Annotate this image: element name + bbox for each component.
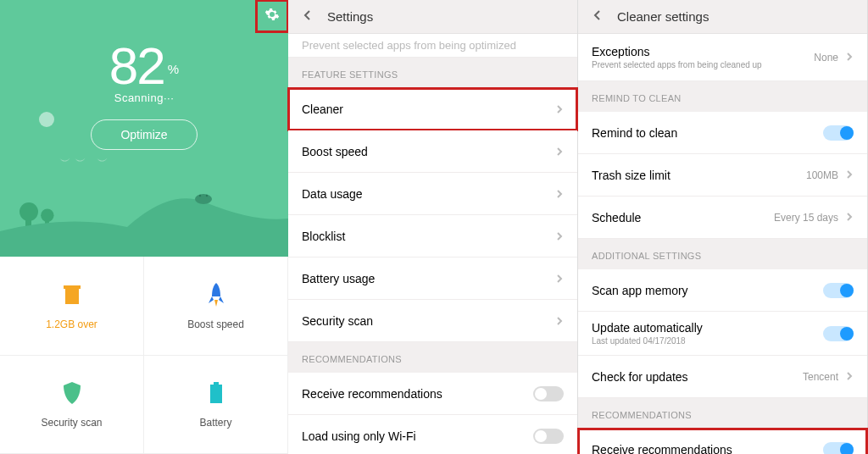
row-data-usage[interactable]: Data usage (288, 173, 577, 215)
score-number: 82 (109, 36, 164, 95)
row-label: Scan app memory (592, 284, 688, 297)
row-sublabel: Last updated 04/17/2018 (592, 336, 703, 346)
chevron-right-icon (555, 272, 564, 285)
row-value: 100MB (806, 169, 838, 181)
toggle-switch[interactable] (533, 386, 564, 401)
row-label: Trash size limit (592, 169, 670, 182)
cleaner-settings-header: Cleaner settings (578, 0, 867, 34)
row-trash-size-limit[interactable]: Trash size limit100MB (578, 154, 867, 197)
section-recommendations: RECOMMENDATIONS (288, 342, 577, 373)
row-label: Security scan (302, 314, 373, 328)
toggle-switch[interactable] (823, 125, 854, 141)
shield-icon (60, 379, 84, 407)
gear-icon (264, 7, 280, 25)
settings-gear-button[interactable] (256, 0, 288, 32)
row-label: Load using only Wi-Fi (302, 429, 416, 443)
row-label: Exceptions (592, 45, 762, 58)
settings-panel: Settings Prevent selected apps from bein… (288, 0, 578, 454)
row-receive-recommendations[interactable]: Receive recommendations (578, 429, 867, 454)
tile-trash[interactable]: 1.2GB over (0, 257, 144, 356)
chevron-right-icon (845, 212, 854, 224)
back-button[interactable] (592, 9, 604, 24)
security-app-panel: 82% Scanning··· Optimize ︶ ︶ ︶ 1.2GB ove… (0, 0, 288, 454)
svg-point-1 (199, 195, 201, 197)
row-label: Blocklist (302, 230, 345, 243)
row-label: Receive recommendations (302, 387, 442, 401)
row-battery-usage[interactable]: Battery usage (288, 257, 577, 300)
row-exceptions[interactable]: ExceptionsPrevent selected apps from bei… (578, 34, 867, 81)
row-label: Remind to clean (592, 126, 677, 140)
back-button[interactable] (302, 9, 314, 24)
chevron-right-icon (845, 371, 854, 383)
settings-header: Settings (288, 0, 577, 34)
tile-label: Boost speed (187, 318, 244, 330)
tile-security[interactable]: Security scan (0, 356, 144, 455)
section-recommendations: RECOMMENDATIONS (578, 398, 867, 429)
chevron-right-icon (555, 314, 564, 328)
row-value: None (814, 52, 838, 64)
row-remind-to-clean[interactable]: Remind to clean (578, 112, 867, 154)
row-label: Schedule (592, 211, 641, 224)
status-text: Scanning··· (0, 91, 288, 104)
prev-row-fragment: Prevent selected apps from being optimiz… (288, 34, 577, 58)
toggle-switch[interactable] (823, 283, 854, 298)
chevron-right-icon (555, 102, 564, 116)
section-feature-settings: FEATURE SETTINGS (288, 58, 577, 88)
row-label: Receive recommendations (592, 443, 732, 455)
row-sublabel: Prevent selected apps from being cleaned… (592, 60, 762, 69)
row-value: Every 15 days (774, 212, 838, 224)
hero-area: 82% Scanning··· Optimize ︶ ︶ ︶ (0, 0, 288, 257)
chevron-right-icon (555, 230, 564, 243)
svg-rect-4 (64, 285, 81, 289)
sun-decoration (39, 112, 54, 127)
row-label: Check for updates (592, 370, 688, 384)
trash-icon (60, 281, 84, 308)
row-value: Tencent (803, 371, 838, 383)
svg-point-0 (195, 194, 212, 204)
row-check-for-updates[interactable]: Check for updatesTencent (578, 356, 867, 398)
tile-label: 1.2GB over (46, 318, 97, 330)
svg-rect-6 (210, 385, 222, 403)
birds-decoration: ︶ ︶ ︶ (59, 154, 108, 169)
row-label: Boost speed (302, 145, 368, 158)
chevron-right-icon (845, 52, 854, 64)
tile-label: Battery (199, 417, 231, 429)
row-security-scan[interactable]: Security scan (288, 300, 577, 342)
section-additional: ADDITIONAL SETTINGS (578, 239, 867, 269)
row-schedule[interactable]: ScheduleEvery 15 days (578, 197, 867, 239)
row-label: Data usage (302, 187, 363, 201)
header-title: Settings (327, 9, 373, 24)
percent-sign: % (168, 62, 179, 76)
svg-point-2 (206, 195, 208, 197)
row-label: Cleaner (302, 102, 343, 116)
row-receive-recommendations[interactable]: Receive recommendations (288, 373, 577, 415)
toggle-switch[interactable] (823, 326, 854, 341)
section-remind: REMIND TO CLEAN (578, 81, 867, 112)
chevron-right-icon (555, 145, 564, 158)
battery-icon (204, 379, 228, 407)
chevron-right-icon (845, 169, 854, 181)
row-blocklist[interactable]: Blocklist (288, 215, 577, 257)
row-cleaner[interactable]: Cleaner (288, 88, 577, 130)
cleaner-settings-panel: Cleaner settings ExceptionsPrevent selec… (578, 0, 868, 454)
row-load-wifi-only[interactable]: Load using only Wi-Fi (288, 415, 577, 454)
row-scan-app-memory[interactable]: Scan app memory (578, 269, 867, 312)
feature-grid: 1.2GB over Boost speed Security scan Bat… (0, 257, 288, 454)
toggle-switch[interactable] (533, 429, 564, 444)
row-label: Update automatically (592, 321, 703, 335)
hill-decoration (0, 180, 288, 257)
chevron-right-icon (555, 187, 564, 201)
faded-text: Prevent selected apps from being optimiz… (302, 39, 516, 52)
rocket-icon (204, 281, 228, 308)
row-boost-speed[interactable]: Boost speed (288, 130, 577, 173)
header-title: Cleaner settings (617, 9, 709, 24)
optimize-button[interactable]: Optimize (91, 119, 197, 150)
tile-battery[interactable]: Battery (144, 356, 288, 455)
score-display: 82% Scanning··· Optimize (0, 36, 288, 150)
toggle-switch[interactable] (823, 442, 854, 455)
svg-rect-3 (65, 289, 79, 304)
row-update-automatically[interactable]: Update automaticallyLast updated 04/17/2… (578, 312, 867, 356)
svg-rect-5 (214, 382, 219, 385)
row-label: Battery usage (302, 272, 375, 285)
tile-boost[interactable]: Boost speed (144, 257, 288, 356)
